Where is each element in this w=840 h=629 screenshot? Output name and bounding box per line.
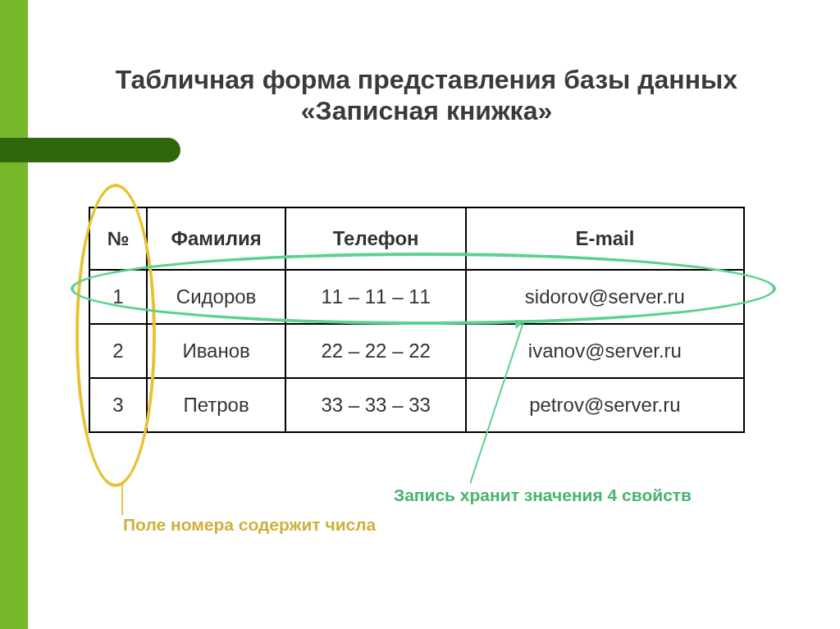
data-table-wrap: № Фамилия Телефон E-mail 1 Сидоров 11 – …: [89, 207, 745, 433]
data-table: № Фамилия Телефон E-mail 1 Сидоров 11 – …: [89, 207, 745, 433]
cell-num: 1: [89, 270, 147, 324]
table-row: 1 Сидоров 11 – 11 – 11 sidorov@server.ru: [89, 270, 744, 324]
cell-email: sidorov@server.ru: [466, 270, 744, 324]
cell-num: 3: [89, 378, 147, 432]
cell-email: petrov@server.ru: [466, 378, 744, 432]
cell-surname: Иванов: [147, 324, 286, 378]
cell-phone: 11 – 11 – 11: [285, 270, 465, 324]
table-header-row: № Фамилия Телефон E-mail: [89, 207, 744, 270]
table-row: 3 Петров 33 – 33 – 33 petrov@server.ru: [89, 378, 744, 432]
cell-email: ivanov@server.ru: [466, 324, 744, 378]
cell-phone: 33 – 33 – 33: [285, 378, 465, 432]
column-callout-connector: [121, 482, 123, 515]
slide-title: Табличная форма представления базы данны…: [98, 64, 755, 127]
cell-surname: Петров: [147, 378, 286, 432]
cell-num: 2: [89, 324, 147, 378]
title-underline-pill: [0, 138, 180, 162]
column-callout-label: Поле номера содержит числа: [123, 515, 376, 535]
col-header-surname: Фамилия: [147, 207, 286, 270]
col-header-email: E-mail: [466, 207, 744, 270]
table-row: 2 Иванов 22 – 22 – 22 ivanov@server.ru: [89, 324, 744, 378]
cell-surname: Сидоров: [147, 270, 286, 324]
col-header-phone: Телефон: [285, 207, 465, 270]
row-callout-label: Запись хранит значения 4 свойств: [394, 485, 692, 505]
col-header-num: №: [89, 207, 147, 270]
slide-container: Табличная форма представления базы данны…: [0, 0, 840, 629]
cell-phone: 22 – 22 – 22: [285, 324, 465, 378]
